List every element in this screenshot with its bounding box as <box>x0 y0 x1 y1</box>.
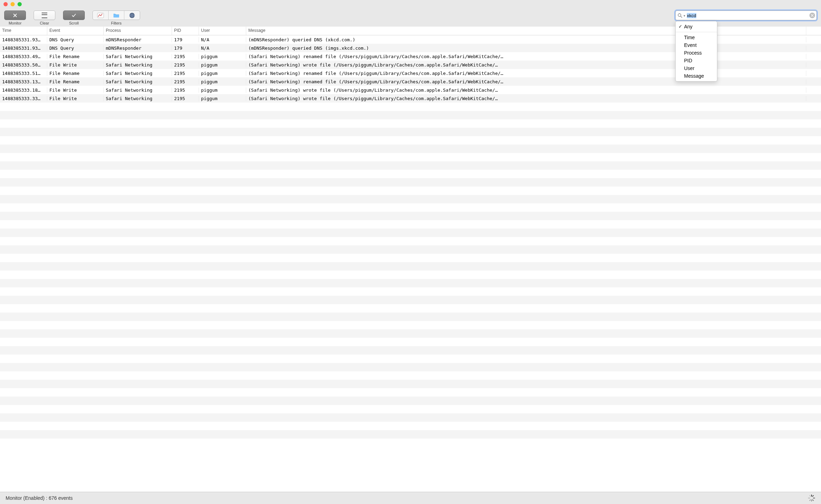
folder-icon <box>113 13 120 18</box>
table-row-empty <box>0 237 821 245</box>
table-row-empty <box>0 287 821 296</box>
filters-label: Filters <box>111 21 122 25</box>
cell-process: Safari Networking <box>104 71 172 76</box>
cell-process: Safari Networking <box>104 88 172 93</box>
search-scope-event[interactable]: Event <box>676 41 717 49</box>
cell-process: Safari Networking <box>104 96 172 101</box>
cell-pid: 2195 <box>172 88 199 93</box>
cell-time: 1488385333.33… <box>0 96 47 101</box>
cell-event: File Write <box>47 88 104 93</box>
search-scope-any[interactable]: Any <box>676 23 717 30</box>
table-row-empty <box>0 187 821 195</box>
table-row[interactable]: 1488385333.18…File WriteSafari Networkin… <box>0 86 821 94</box>
col-header-event[interactable]: Event <box>47 27 104 35</box>
table-row-empty <box>0 338 821 346</box>
window-titlebar <box>0 0 821 8</box>
filter-files-button[interactable] <box>109 11 124 20</box>
cell-user: piggum <box>199 54 246 59</box>
col-header-time[interactable]: Time <box>0 27 47 35</box>
search-scope-message[interactable]: Message <box>676 72 717 80</box>
cell-event: File Rename <box>47 79 104 84</box>
search-scope-dropdown: Any Time Event Process PID User Message <box>675 21 717 82</box>
cell-time: 1488385331.93… <box>0 37 47 42</box>
table-row-empty <box>0 355 821 363</box>
table-row-empty <box>0 178 821 187</box>
table-row-empty <box>0 254 821 262</box>
status-bar: Monitor (Enabled) : 676 events <box>0 492 821 504</box>
cell-time: 1488385333.51… <box>0 71 47 76</box>
list-lines-icon <box>42 13 47 18</box>
cell-time: 1488385331.93… <box>0 46 47 51</box>
filter-network-button[interactable] <box>124 11 140 20</box>
search-scope-caret-icon[interactable]: ▼ <box>683 14 686 18</box>
svg-line-10 <box>810 500 811 501</box>
cell-user: piggum <box>199 96 246 101</box>
table-row-empty <box>0 363 821 371</box>
svg-line-6 <box>813 496 814 497</box>
search-input[interactable] <box>687 13 809 18</box>
activity-spinner-icon <box>808 494 815 502</box>
col-header-pid[interactable]: PID <box>172 27 199 35</box>
status-text: Monitor (Enabled) : 676 events <box>6 495 73 501</box>
table-row-empty <box>0 245 821 254</box>
table-row-empty <box>0 388 821 397</box>
table-row[interactable]: 1488385333.33…File WriteSafari Networkin… <box>0 94 821 103</box>
cell-process: mDNSResponder <box>104 37 172 42</box>
search-scope-user[interactable]: User <box>676 64 717 72</box>
table-row-empty <box>0 195 821 203</box>
table-row-empty <box>0 329 821 338</box>
cell-message: (Safari Networking) wrote file (/Users/p… <box>246 62 806 68</box>
cell-process: Safari Networking <box>104 79 172 84</box>
col-header-message[interactable]: Message <box>246 27 806 35</box>
filters-segmented <box>92 10 140 20</box>
cell-message: (Safari Networking) renamed file (/Users… <box>246 54 806 59</box>
cell-message: (Safari Networking) wrote file (/Users/p… <box>246 88 806 93</box>
monitor-label: Monitor <box>9 21 22 25</box>
window-zoom-button[interactable] <box>18 2 22 6</box>
stop-x-icon <box>13 13 18 18</box>
table-row-empty <box>0 296 821 304</box>
clear-button[interactable] <box>34 10 55 20</box>
search-scope-process[interactable]: Process <box>676 49 717 57</box>
table-row-empty <box>0 397 821 405</box>
cell-event: DNS Query <box>47 46 104 51</box>
search-scope-pid[interactable]: PID <box>676 57 717 64</box>
svg-line-12 <box>810 496 811 497</box>
filter-events-button[interactable] <box>93 11 109 20</box>
cell-user: piggum <box>199 71 246 76</box>
cell-time: 1488385333.13… <box>0 79 47 84</box>
table-row-empty <box>0 145 821 153</box>
table-row-empty <box>0 111 821 119</box>
cell-message: (Safari Networking) renamed file (/Users… <box>246 71 806 76</box>
table-row-empty <box>0 313 821 321</box>
monitor-button[interactable] <box>4 10 26 20</box>
scroll-button[interactable] <box>63 10 85 20</box>
search-container: ▼ Any Time Event Process PID User Messag… <box>675 10 817 20</box>
table-row-empty <box>0 304 821 313</box>
cell-user: N/A <box>199 37 246 42</box>
search-field[interactable]: ▼ <box>675 10 817 20</box>
cell-message: (Safari Networking) wrote file (/Users/p… <box>246 96 806 101</box>
cell-time: 1488385333.49… <box>0 54 47 59</box>
cell-user: piggum <box>199 62 246 68</box>
cell-user: N/A <box>199 46 246 51</box>
col-header-process[interactable]: Process <box>104 27 172 35</box>
table-body[interactable]: 1488385331.93…DNS QuerymDNSResponder179N… <box>0 35 821 439</box>
toolbar: Monitor Clear Scroll <box>0 8 821 28</box>
search-scope-time[interactable]: Time <box>676 34 717 41</box>
cell-process: Safari Networking <box>104 62 172 68</box>
cell-event: File Rename <box>47 71 104 76</box>
cell-pid: 2195 <box>172 96 199 101</box>
search-icon[interactable] <box>678 13 682 18</box>
window-close-button[interactable] <box>4 2 8 6</box>
table-row-empty <box>0 136 821 145</box>
cell-pid: 179 <box>172 37 199 42</box>
window-minimize-button[interactable] <box>11 2 15 6</box>
svg-line-4 <box>681 16 682 18</box>
cell-message: (Safari Networking) renamed file (/Users… <box>246 79 806 84</box>
table-row-empty <box>0 229 821 237</box>
search-clear-button[interactable] <box>809 13 815 18</box>
table-row-empty <box>0 321 821 329</box>
table-row-empty <box>0 170 821 178</box>
col-header-user[interactable]: User <box>199 27 246 35</box>
